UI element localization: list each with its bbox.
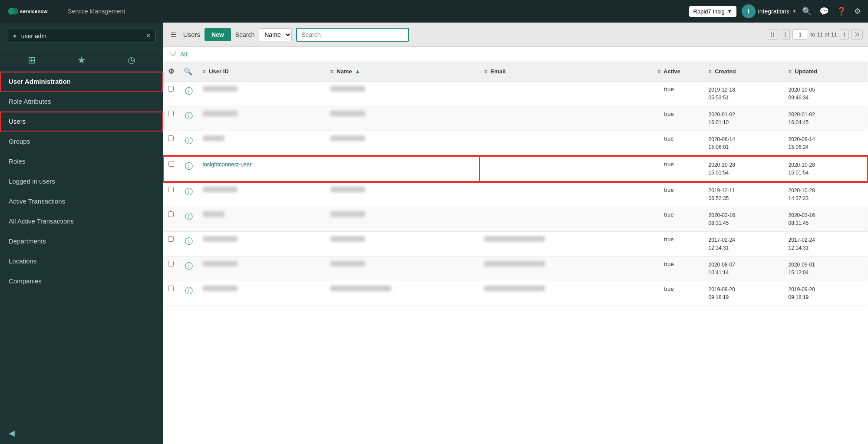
created-cell: 2020-10-2815:01:54 [709, 162, 735, 176]
page-input[interactable]: 1 [792, 30, 808, 39]
active-cell: true [664, 261, 673, 267]
table-row: ⓘ true 2019-12-1805:53:51 2020-10-0509:4… [164, 81, 868, 106]
first-page-button[interactable]: ⟨⟨ [767, 30, 778, 39]
created-cell: 2020-08-1415:06:01 [709, 136, 735, 150]
col-header-name[interactable]: ≡ Name ▲ [326, 62, 480, 81]
table-row: ⓘ true 2020-08-0710:41:14 2020-09-0115:1… [164, 257, 868, 281]
filter-bar: ⛉ All [163, 47, 868, 62]
active-cell: true [664, 161, 673, 168]
sidebar-item-label: Logged in users [9, 178, 55, 185]
email-cell [484, 286, 545, 291]
info-icon[interactable]: ⓘ [185, 136, 193, 145]
row-checkbox[interactable] [168, 236, 174, 242]
sidebar-item-label: Roles [9, 158, 25, 165]
sidebar-item-user-administration[interactable]: User Administration [0, 72, 163, 92]
sidebar-item-label: Active Transactions [9, 197, 65, 205]
table-row: ⓘ true 2017-02-2412:14:31 2017-02-2412:1… [164, 232, 868, 257]
row-checkbox[interactable] [168, 135, 174, 141]
gear-icon[interactable]: ⚙ [168, 68, 174, 75]
sidebar-item-users[interactable]: Users [0, 112, 163, 132]
sidebar-item-all-active-transactions[interactable]: All Active Transactions [0, 211, 163, 231]
col-header-updated[interactable]: ≡ Updated [784, 62, 868, 81]
sidebar-item-label: Groups [9, 138, 30, 145]
updated-cell: 2020-10-0509:46:34 [789, 87, 815, 101]
info-icon[interactable]: ⓘ [185, 262, 193, 270]
row-checkbox[interactable] [168, 187, 174, 192]
search-icon[interactable]: 🔍 [802, 7, 812, 16]
col-icon: ≡ [330, 69, 333, 75]
active-cell: true [664, 286, 673, 292]
prev-page-button[interactable]: ⟨ [781, 30, 790, 39]
user-id-link[interactable]: insightconnect-user [203, 161, 252, 168]
row-checkbox[interactable] [168, 261, 174, 266]
search-field-select[interactable]: Name [259, 28, 292, 41]
updated-cell: 2019-09-2009:18:19 [789, 286, 815, 300]
sidebar-item-locations[interactable]: Locations [0, 251, 163, 271]
new-button[interactable]: New [205, 28, 231, 41]
info-icon[interactable]: ⓘ [185, 212, 193, 221]
row-checkbox[interactable] [168, 86, 174, 92]
email-cell [484, 261, 545, 266]
info-icon[interactable]: ⓘ [185, 162, 193, 171]
search-icon[interactable]: 🔍 [184, 68, 192, 75]
sidebar-item-active-transactions[interactable]: Active Transactions [0, 191, 163, 211]
active-cell: true [664, 187, 673, 193]
sidebar-tab-history[interactable]: ◷ [128, 55, 135, 66]
updated-cell: 2020-03-1608:31:45 [789, 212, 815, 226]
collapse-icon: ◀ [9, 429, 15, 437]
sidebar-search-area: ▼ ✕ [0, 23, 163, 49]
col-label: Created [715, 68, 736, 75]
settings-icon[interactable]: ⚙ [854, 7, 861, 16]
help-icon[interactable]: ❓ [837, 7, 846, 16]
info-icon[interactable]: ⓘ [185, 112, 193, 120]
sidebar-item-departments[interactable]: Departments [0, 231, 163, 251]
sidebar-item-roles[interactable]: Roles [0, 151, 163, 171]
sidebar-item-label: Role Attributes [9, 98, 51, 105]
updated-cell: 2020-08-1415:06:24 [789, 136, 815, 150]
content-toolbar: ≡ Users New Search Name ⟨⟨ ⟨ 1 to 11 of … [163, 23, 868, 47]
username: integrations [758, 8, 789, 15]
sidebar-collapse-button[interactable]: ◀ [0, 422, 163, 444]
pagination: ⟨⟨ ⟨ 1 to 11 of 11 ⟩ ⟩⟩ [767, 30, 863, 39]
next-page-button[interactable]: ⟩ [840, 30, 849, 39]
sidebar: ▼ ✕ ⊞ ★ ◷ User Administration Role Attri… [0, 23, 163, 444]
sidebar-item-logged-in-users[interactable]: Logged in users [0, 171, 163, 191]
search-input[interactable] [296, 28, 409, 42]
user-id-cell [203, 236, 238, 242]
info-icon[interactable]: ⓘ [185, 187, 193, 196]
col-header-email[interactable]: ≡ Email [480, 62, 634, 81]
table-row: ⓘ true 2019-09-2009:18:19 2019-09-2009:1… [164, 281, 868, 306]
col-header-info: 🔍 [179, 62, 198, 81]
col-header-active[interactable]: ≡ Active [634, 62, 704, 81]
row-checkbox[interactable] [168, 211, 174, 217]
filter-all-label[interactable]: All [180, 51, 187, 58]
clear-search-icon[interactable]: ✕ [145, 32, 151, 40]
sidebar-item-role-attributes[interactable]: Role Attributes [0, 92, 163, 112]
hamburger-button[interactable]: ≡ [168, 26, 179, 43]
sidebar-item-companies[interactable]: Companies [0, 271, 163, 291]
row-checkbox[interactable] [168, 111, 174, 116]
sidebar-search-wrapper[interactable]: ▼ ✕ [7, 29, 156, 43]
sidebar-tab-favorites[interactable]: ★ [77, 55, 86, 66]
col-header-created[interactable]: ≡ Created [704, 62, 784, 81]
user-id-cell [203, 211, 224, 217]
row-checkbox[interactable] [168, 161, 174, 167]
users-table: ⚙ 🔍 ≡ User ID ≡ Name ▲ [163, 62, 868, 306]
info-icon[interactable]: ⓘ [185, 237, 193, 246]
content-area: ≡ Users New Search Name ⟨⟨ ⟨ 1 to 11 of … [163, 23, 868, 444]
col-header-user-id[interactable]: ≡ User ID [198, 62, 326, 81]
info-icon[interactable]: ⓘ [185, 87, 193, 95]
sidebar-search-input[interactable] [21, 33, 142, 39]
section-label: Users [183, 31, 200, 38]
sidebar-tabs: ⊞ ★ ◷ [0, 49, 163, 72]
chat-icon[interactable]: 💬 [819, 7, 829, 16]
user-menu[interactable]: I integrations ▼ [742, 4, 797, 18]
user-id-cell [203, 86, 238, 92]
col-label: Email [491, 68, 506, 75]
sidebar-item-groups[interactable]: Groups [0, 132, 163, 151]
instance-selector[interactable]: Rapid7 Insig ▼ [689, 6, 736, 17]
sidebar-tab-apps[interactable]: ⊞ [28, 55, 36, 66]
row-checkbox[interactable] [168, 286, 174, 291]
info-icon[interactable]: ⓘ [185, 286, 193, 295]
last-page-button[interactable]: ⟩⟩ [851, 30, 863, 39]
